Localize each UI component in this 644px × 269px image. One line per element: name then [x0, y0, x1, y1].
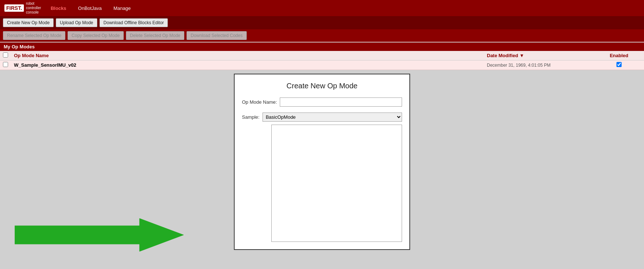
section-header: My Op Modes	[0, 43, 644, 51]
nav-manage[interactable]: Manage	[111, 4, 133, 12]
logo-first-badge: FIRST.	[4, 4, 24, 12]
sample-select[interactable]: BasicOpModeBasicPOVDriveBasicTankDriveCo…	[263, 113, 402, 122]
nav-blocks[interactable]: Blocks	[48, 4, 69, 12]
row-opmode-name: W_Sample_SensorIMU_v02	[14, 62, 487, 68]
col-header-enabled: Enabled	[597, 53, 641, 58]
logo: FIRST. robotcontrollerconsole	[4, 1, 41, 15]
section-title: My Op Modes	[4, 44, 35, 49]
nav-onbotjava[interactable]: OnBotJava	[76, 4, 104, 12]
col-header-date[interactable]: Date Modified ▼	[487, 53, 597, 58]
toolbar-row2: Rename Selected Op Mode Copy Selected Op…	[0, 29, 644, 42]
delete-opmode-button: Delete Selected Op Mode	[126, 31, 184, 40]
table-row: W_Sample_SensorIMU_v02 December 31, 1969…	[0, 60, 644, 70]
navbar: FIRST. robotcontrollerconsole Blocks OnB…	[0, 0, 644, 16]
row-checkbox[interactable]	[3, 62, 8, 67]
opmode-name-field: Op Mode Name:	[242, 97, 402, 107]
opmode-name-input[interactable]	[280, 97, 402, 107]
svg-marker-0	[15, 218, 184, 251]
table-header: Op Mode Name Date Modified ▼ Enabled	[0, 51, 644, 60]
sample-label: Sample:	[242, 114, 260, 120]
create-new-opmode-button[interactable]: Create New Op Mode	[3, 18, 54, 27]
download-selected-button: Download Selected Codes	[187, 31, 246, 40]
copy-opmode-button: Copy Selected Op Mode	[68, 31, 124, 40]
modal-title: Create New Op Mode	[242, 82, 402, 90]
row-date-modified: December 31, 1969, 4:01:05 PM	[487, 63, 597, 68]
dropdown-list[interactable]	[271, 125, 402, 242]
row-enabled-checkbox[interactable]	[616, 62, 622, 67]
modal-dialog: Create New Op Mode Op Mode Name: Sample:…	[234, 74, 410, 250]
rename-opmode-button: Rename Selected Op Mode	[3, 31, 65, 40]
select-all-checkbox[interactable]	[3, 52, 8, 58]
upload-opmode-button[interactable]: Upload Op Mode	[56, 18, 97, 27]
opmode-name-label: Op Mode Name:	[242, 99, 277, 105]
toolbar-row1: Create New Op Mode Upload Op Mode Downlo…	[0, 16, 644, 29]
sample-field: Sample: BasicOpModeBasicPOVDriveBasicTan…	[242, 113, 402, 122]
green-arrow	[15, 217, 184, 253]
col-header-name[interactable]: Op Mode Name	[14, 53, 487, 58]
main-content: Create New Op Mode Op Mode Name: Sample:…	[0, 70, 644, 261]
logo-text: robotcontrollerconsole	[26, 1, 41, 15]
download-offline-editor-button[interactable]: Download Offline Blocks Editor	[100, 18, 168, 27]
